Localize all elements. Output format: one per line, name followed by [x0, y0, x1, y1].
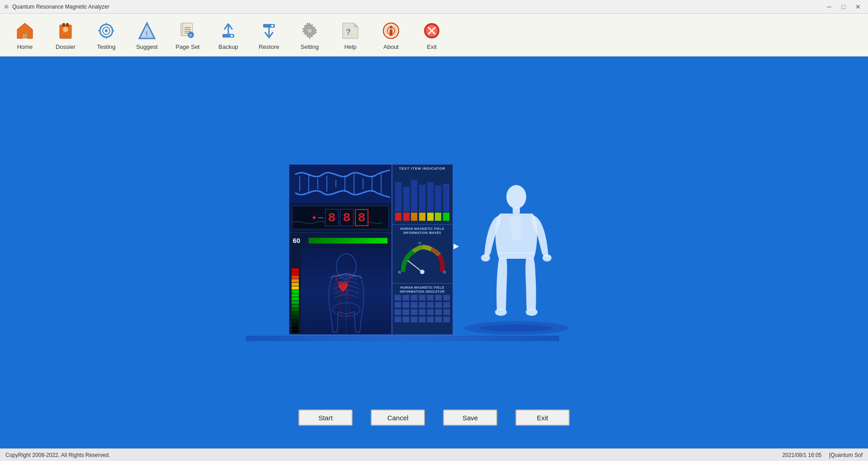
magnetic-waves-title: HUMAN MAGNETIC FIELD INFORMATION WAVES	[394, 227, 451, 235]
digital-display: + ─ 8 8 8	[289, 203, 392, 233]
ind-bar-7	[443, 184, 450, 221]
ind-bar-6	[435, 185, 442, 221]
gc-21	[443, 309, 450, 315]
version-text: [Quantum Sof	[829, 452, 863, 458]
v-bar-15	[292, 319, 299, 322]
dna-area	[289, 165, 392, 203]
svg-text:≡: ≡	[189, 33, 192, 38]
bar-top-2	[403, 187, 410, 212]
save-button[interactable]: Save	[443, 409, 497, 426]
dossier-label: Dossier	[56, 43, 75, 50]
app-icon: ⚛	[4, 3, 9, 10]
v-bar-11	[292, 304, 299, 308]
toolbar-item-dossier[interactable]: Dossier	[45, 16, 86, 54]
ind-bar-1	[395, 182, 402, 221]
toolbar-item-backup[interactable]: Backup	[208, 16, 249, 54]
v-bar-4	[292, 279, 299, 282]
indicator-grid	[394, 295, 451, 323]
level-number: 60	[293, 237, 305, 244]
minimize-button[interactable]: ─	[823, 2, 835, 12]
gc-9	[402, 302, 410, 308]
bar-top-6	[435, 185, 441, 212]
gc-25	[419, 316, 426, 323]
toolbar-item-home[interactable]: Home	[5, 16, 45, 54]
svg-line-56	[408, 261, 422, 272]
bottom-buttons: Start Cancel Save Exit	[298, 409, 570, 426]
v-bar-16	[292, 323, 299, 326]
toolbar-item-about[interactable]: About	[371, 16, 411, 54]
gc-19	[427, 309, 434, 315]
gc-3	[410, 295, 418, 301]
gauge-display: 低 中 高	[394, 236, 451, 281]
panel-row: + ─ 8 8 8 60	[289, 164, 580, 335]
bar-bottom-4	[419, 213, 425, 221]
svg-rect-64	[513, 207, 520, 214]
svg-text:!: !	[146, 30, 148, 38]
gc-8	[394, 302, 401, 308]
svg-text:高: 高	[443, 271, 446, 274]
start-button[interactable]: Start	[298, 409, 353, 426]
v-bar-13	[292, 312, 299, 315]
home-label: Home	[17, 43, 33, 50]
svg-point-57	[420, 270, 424, 274]
test-indicator-panel: TEST ITEM INDICATOR	[392, 165, 453, 225]
level-bar-fill	[309, 238, 387, 243]
svg-rect-25	[231, 35, 233, 37]
toolbar-item-restore[interactable]: Restore	[249, 16, 289, 54]
home-icon	[14, 20, 36, 42]
toolbar-item-setting[interactable]: Setting	[289, 16, 330, 54]
digit-1: 8	[325, 209, 339, 226]
v-bar-1	[292, 268, 299, 271]
bar-top-7	[443, 184, 449, 212]
pageset-label: Page Set	[175, 43, 200, 50]
exit-button[interactable]: Exit	[515, 409, 570, 426]
human-body-svg	[458, 176, 575, 335]
about-icon	[380, 20, 402, 42]
bar-top-3	[411, 180, 417, 212]
pageset-icon: ≡	[177, 20, 198, 42]
suggest-label: Suggest	[136, 43, 158, 50]
title-bar-controls: ─ □ ✕	[823, 2, 864, 12]
svg-point-29	[308, 29, 311, 33]
bottom-progress	[246, 336, 559, 341]
svg-rect-27	[271, 25, 274, 27]
magnetic-waves-panel: HUMAN MAGNETIC FIELD INFORMATION WAVES	[392, 225, 453, 284]
bar-bottom-2	[403, 213, 410, 221]
gc-18	[419, 309, 426, 315]
exit-icon	[421, 20, 443, 42]
svg-rect-1	[23, 33, 27, 38]
gc-4	[419, 295, 426, 301]
human-figure	[453, 164, 580, 335]
toolbar-item-testing[interactable]: Testing	[86, 16, 127, 54]
gc-1	[394, 295, 401, 301]
svg-point-65	[481, 254, 490, 261]
svg-point-66	[542, 254, 552, 261]
toolbar-item-help[interactable]: ? Help	[330, 16, 371, 54]
v-bar-5	[292, 283, 299, 286]
body-image	[301, 248, 392, 334]
bar-bottom-7	[443, 213, 449, 221]
svg-text:?: ?	[346, 28, 351, 37]
bar-bottom-1	[395, 213, 401, 221]
gc-2	[402, 295, 410, 301]
maximize-button[interactable]: □	[837, 2, 850, 12]
svg-rect-4	[62, 23, 65, 27]
cancel-button[interactable]: Cancel	[371, 409, 425, 426]
gc-5	[427, 295, 434, 301]
level-bar-container	[308, 238, 388, 244]
setting-label: Setting	[301, 43, 319, 50]
close-button[interactable]: ✕	[852, 2, 864, 12]
minus-sign: ─	[318, 214, 323, 222]
about-label: About	[383, 43, 399, 50]
svg-point-68	[526, 309, 538, 316]
v-bar-2	[292, 272, 299, 275]
svg-rect-34	[390, 29, 392, 36]
svg-text:低: 低	[398, 271, 401, 274]
app-title: Quantum Resonance Magnetic Analyzer	[12, 4, 109, 10]
toolbar-item-suggest[interactable]: ! Suggest	[127, 16, 167, 54]
v-bar-14	[292, 315, 299, 318]
toolbar-item-pageset[interactable]: ≡ Page Set	[167, 16, 208, 54]
toolbar-item-exit[interactable]: Exit	[411, 16, 452, 54]
center-wrapper: + ─ 8 8 8 60	[289, 164, 580, 341]
restore-label: Restore	[259, 43, 279, 50]
